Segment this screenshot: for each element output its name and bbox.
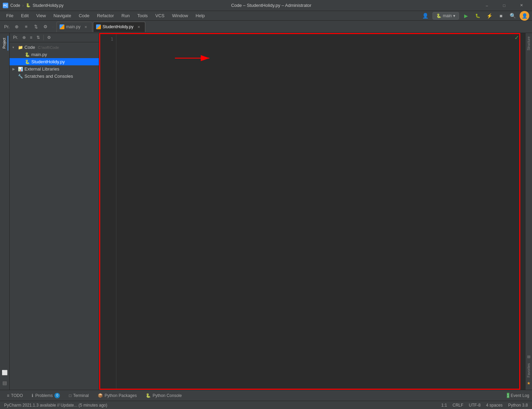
- editor-content: 1: [99, 33, 520, 390]
- window-title: Code – StudentHolidy.py – Administrator: [64, 3, 479, 8]
- breadcrumb-icon: 🐍: [26, 3, 31, 8]
- tree-label-main-py: main.py: [31, 52, 47, 57]
- breadcrumb-file[interactable]: StudentHolidy.py: [33, 3, 64, 8]
- bottom-tab-problems[interactable]: ℹ Problems 0: [28, 391, 64, 400]
- encoding[interactable]: UTF-8: [469, 403, 481, 408]
- proj-icon-sort[interactable]: ⇅: [35, 34, 41, 41]
- close-tab-main-py[interactable]: ✕: [84, 25, 88, 29]
- proj-icon-add[interactable]: ⊕: [21, 34, 27, 41]
- run-button[interactable]: ▶: [461, 11, 471, 21]
- editor-toolbar: Pr. ⊕ ≡ ⇅ ⚙ · main.py ✕ StudentHolidy.py…: [0, 21, 532, 33]
- toolbar-sort-icon[interactable]: ⇅: [32, 23, 40, 31]
- tree-item-external-libs[interactable]: ▶ 📊 External Libraries: [10, 65, 99, 73]
- project-toolbar: Pr. ⊕ ≡ ⇅ ⚙: [10, 33, 99, 42]
- close-tab-studentholidy[interactable]: ✕: [137, 25, 141, 29]
- services-strip-icon[interactable]: ▤: [526, 353, 532, 360]
- title-bar-left: PC Code › 🐍 StudentHolidy.py: [3, 3, 64, 8]
- event-log-label[interactable]: Event Log: [511, 393, 529, 398]
- packages-label: Python Packages: [105, 393, 137, 398]
- toolbar-add-icon[interactable]: ⊕: [12, 23, 21, 31]
- main-area: Project ⬜ ▤ Pr. ⊕ ≡ ⇅ ⚙ ▾ 📁 Code C:\soft…: [0, 33, 532, 390]
- bottom-tab-python-console[interactable]: 🐍 Python Console: [142, 392, 186, 399]
- stop-button[interactable]: ■: [496, 11, 506, 21]
- menu-run[interactable]: Run: [118, 12, 133, 20]
- todo-label: TODO: [11, 393, 23, 398]
- profile-button[interactable]: ⚡: [484, 11, 494, 21]
- line-numbers: 1: [99, 33, 116, 390]
- bottom-tab-todo[interactable]: ≡ TODO: [3, 392, 27, 399]
- line-ending[interactable]: CRLF: [452, 403, 463, 408]
- title-bar-right: – □ ✕: [479, 0, 529, 11]
- tab-label-main-py: main.py: [66, 24, 81, 29]
- python-version[interactable]: Python 3.8: [508, 403, 528, 408]
- user-icon[interactable]: 👤: [421, 11, 430, 21]
- menu-edit[interactable]: Edit: [18, 12, 32, 20]
- project-panel-toggle[interactable]: Project: [1, 36, 8, 51]
- todo-icon: ≡: [7, 393, 9, 398]
- menu-navigate[interactable]: Navigate: [50, 12, 74, 20]
- proj-sep: [43, 35, 44, 40]
- cursor-position[interactable]: 1:1: [441, 403, 447, 408]
- green-check-icon: ✓: [514, 34, 519, 41]
- status-message: PyCharm 2021.1.3 available // Update... …: [4, 403, 107, 408]
- indent-style[interactable]: 4 spaces: [486, 403, 503, 408]
- event-log-area: 1 Event Log: [507, 393, 529, 398]
- favorites-star-icon[interactable]: ★: [527, 381, 531, 386]
- proj-icon-settings[interactable]: ⚙: [46, 34, 52, 41]
- proj-icon-list[interactable]: ≡: [29, 34, 34, 41]
- code-editor[interactable]: [116, 33, 520, 390]
- bottom-tab-terminal[interactable]: □ Terminal: [65, 392, 93, 399]
- tree-root-label: Code: [24, 45, 35, 50]
- file-studentholidy-icon: 🐍: [25, 60, 30, 64]
- right-gutter: [520, 33, 525, 390]
- problems-icon: ℹ: [32, 393, 33, 398]
- menu-refactor[interactable]: Refactor: [94, 12, 117, 20]
- proj-icon-expand[interactable]: Pr.: [12, 34, 20, 41]
- structure-icon[interactable]: ⬜: [0, 368, 9, 377]
- tree-label-ext-libs: External Libraries: [24, 66, 59, 72]
- tab-bar: main.py ✕ StudentHolidy.py ✕: [56, 22, 529, 32]
- status-bar: PyCharm 2021.1.3 available // Update... …: [0, 401, 532, 409]
- tree-root-arrow: ▾: [12, 45, 17, 49]
- tree-arrow-ext: ▶: [12, 67, 17, 71]
- project-tree: ▾ 📁 Code C:\soft\Code 🐍 main.py 🐍 Studen…: [10, 42, 99, 390]
- structure-strip-label[interactable]: Structure: [526, 34, 531, 53]
- branch-selector[interactable]: 🐍 main ▾: [432, 12, 459, 20]
- problems-label: Problems: [35, 393, 53, 398]
- breadcrumb-project[interactable]: Code: [10, 3, 20, 8]
- minimize-button[interactable]: –: [479, 0, 495, 11]
- menu-tools[interactable]: Tools: [134, 12, 151, 20]
- tab-main-py[interactable]: main.py ✕: [56, 22, 92, 32]
- console-label: Python Console: [153, 393, 182, 398]
- python-icon: 🐍: [436, 13, 441, 18]
- avatar-button[interactable]: 👤: [520, 11, 529, 21]
- menu-file[interactable]: File: [3, 12, 17, 20]
- menu-bar-right: 👤 🐍 main ▾ ▶ 🐛 ⚡ ■ 🔍 👤: [421, 11, 529, 21]
- services-icon[interactable]: ▤: [1, 379, 8, 387]
- tree-item-studentholidy[interactable]: 🐍 StudentHolidy.py: [10, 58, 99, 65]
- toolbar-settings-icon[interactable]: ⚙: [41, 23, 50, 31]
- toolbar-project-icon[interactable]: Pr.: [3, 23, 11, 31]
- restore-button[interactable]: □: [496, 0, 512, 11]
- event-log-badge: 1: [507, 393, 509, 398]
- close-button[interactable]: ✕: [513, 0, 529, 11]
- menu-window[interactable]: Window: [169, 12, 191, 20]
- tree-item-main-py[interactable]: 🐍 main.py: [10, 51, 99, 58]
- packages-icon: 📦: [98, 393, 103, 398]
- file-icon-main-py: [60, 24, 64, 29]
- app-icon: PC: [3, 3, 8, 8]
- menu-code[interactable]: Code: [75, 12, 93, 20]
- tab-studentholidy-py[interactable]: StudentHolidy.py ✕: [93, 22, 145, 32]
- menu-help[interactable]: Help: [192, 12, 208, 20]
- tree-root-code[interactable]: ▾ 📁 Code C:\soft\Code: [10, 44, 99, 51]
- menu-view[interactable]: View: [33, 12, 49, 20]
- debug-button[interactable]: 🐛: [473, 11, 482, 21]
- favorites-strip-label[interactable]: Favorites: [526, 361, 531, 379]
- bottom-tab-python-packages[interactable]: 📦 Python Packages: [94, 392, 141, 399]
- terminal-label: Terminal: [73, 393, 88, 398]
- menu-vcs[interactable]: VCS: [152, 12, 168, 20]
- toolbar-list-icon[interactable]: ≡: [22, 23, 30, 31]
- tab-label-studentholidy: StudentHolidy.py: [103, 24, 134, 29]
- tree-item-scratches[interactable]: 🔧 Scratches and Consoles: [10, 73, 99, 80]
- search-button[interactable]: 🔍: [508, 11, 518, 21]
